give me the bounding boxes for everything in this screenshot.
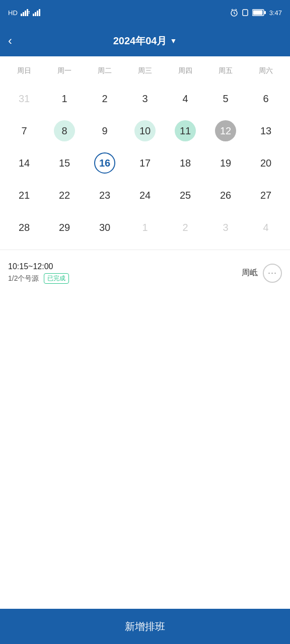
day-cell[interactable]: 29 [44, 211, 85, 244]
day-cell[interactable]: 31 [4, 83, 44, 115]
day-number[interactable]: 26 [215, 185, 236, 206]
day-number[interactable]: 15 [54, 152, 75, 174]
day-number[interactable]: 22 [54, 185, 75, 206]
day-cell[interactable]: 20 [246, 147, 286, 179]
days-grid: 3112345678910111213141516171819202122232… [0, 83, 290, 250]
day-cell[interactable]: 4 [246, 211, 286, 244]
day-number[interactable]: 3 [215, 217, 236, 238]
day-number[interactable]: 27 [255, 185, 276, 206]
day-number[interactable]: 1 [54, 88, 75, 109]
day-number[interactable]: 20 [255, 152, 276, 174]
day-cell[interactable]: 4 [165, 83, 205, 115]
day-cell[interactable]: 11 [165, 115, 205, 147]
day-cell[interactable]: 18 [165, 147, 205, 179]
day-number[interactable]: 24 [134, 185, 156, 206]
day-cell[interactable]: 3 [125, 83, 165, 115]
day-number[interactable]: 17 [134, 152, 156, 174]
day-number[interactable]: 14 [14, 152, 35, 174]
day-cell[interactable]: 23 [85, 179, 125, 211]
day-cell[interactable]: 27 [246, 179, 286, 211]
day-number[interactable]: 1 [134, 217, 156, 238]
day-cell[interactable]: 3 [205, 211, 246, 244]
add-shift-button[interactable]: 新增排班 [125, 620, 165, 633]
header: ‹ 2024年04月 ▼ [0, 25, 290, 56]
day-cell[interactable]: 14 [4, 147, 44, 179]
day-number[interactable]: 13 [255, 120, 276, 141]
day-number[interactable]: 21 [14, 185, 35, 206]
day-cell[interactable]: 2 [165, 211, 205, 244]
svg-rect-6 [35, 12, 36, 16]
day-number[interactable]: 16 [94, 152, 115, 174]
day-cell[interactable]: 28 [4, 211, 44, 244]
weekday-cell: 周日 [4, 63, 44, 78]
day-number[interactable]: 19 [215, 152, 236, 174]
day-cell[interactable]: 24 [125, 179, 165, 211]
svg-rect-8 [39, 9, 40, 16]
header-title: 2024年04月 ▼ [113, 34, 177, 48]
day-cell[interactable]: 1 [125, 211, 165, 244]
day-number[interactable]: 9 [94, 120, 115, 141]
back-button[interactable]: ‹ [8, 34, 12, 48]
day-cell[interactable]: 30 [85, 211, 125, 244]
day-number[interactable]: 31 [14, 88, 35, 109]
day-cell[interactable]: 10 [125, 115, 165, 147]
day-number[interactable]: 4 [175, 88, 196, 109]
day-cell[interactable]: 12 [205, 115, 246, 147]
day-number[interactable]: 25 [175, 185, 196, 206]
day-cell[interactable]: 13 [246, 115, 286, 147]
weekday-cell: 周六 [246, 63, 286, 78]
day-number[interactable]: 10 [134, 120, 156, 141]
day-cell[interactable]: 25 [165, 179, 205, 211]
day-cell[interactable]: 1 [44, 83, 85, 115]
event-list: 10:15~12:00 1/2个号源 已完成 周岻 ··· [0, 250, 290, 296]
day-number[interactable]: 2 [175, 217, 196, 238]
weekday-cell: 周一 [44, 63, 85, 78]
calendar: 周日周一周二周三周四周五周六 3112345678910111213141516… [0, 56, 290, 250]
event-source: 1/2个号源 [8, 274, 39, 283]
day-cell[interactable]: 19 [205, 147, 246, 179]
day-cell[interactable]: 17 [125, 147, 165, 179]
day-number[interactable]: 5 [215, 88, 236, 109]
rotate-icon [241, 9, 249, 17]
svg-rect-17 [264, 11, 266, 14]
day-number[interactable]: 29 [54, 217, 75, 238]
day-cell[interactable]: 9 [85, 115, 125, 147]
day-cell[interactable]: 7 [4, 115, 44, 147]
day-number[interactable]: 3 [134, 88, 156, 109]
event-item: 10:15~12:00 1/2个号源 已完成 周岻 ··· [8, 258, 282, 288]
day-cell[interactable]: 16 [85, 147, 125, 179]
weekday-cell: 周三 [125, 63, 165, 78]
day-number[interactable]: 28 [14, 217, 35, 238]
weekday-cell: 周五 [205, 63, 246, 78]
day-number[interactable]: 30 [94, 217, 115, 238]
day-cell[interactable]: 22 [44, 179, 85, 211]
battery-icon [252, 9, 266, 17]
svg-rect-5 [33, 14, 34, 16]
day-number[interactable]: 11 [175, 120, 196, 141]
event-more-button[interactable]: ··· [263, 264, 282, 283]
day-number[interactable]: 23 [94, 185, 115, 206]
day-cell[interactable]: 5 [205, 83, 246, 115]
day-number[interactable]: 8 [54, 120, 75, 141]
content-area: 周日周一周二周三周四周五周六 3112345678910111213141516… [0, 56, 290, 537]
day-number[interactable]: 7 [14, 120, 35, 141]
day-number[interactable]: 4 [255, 217, 276, 238]
day-number[interactable]: 18 [175, 152, 196, 174]
day-cell[interactable]: 21 [4, 179, 44, 211]
event-badge: 已完成 [44, 273, 69, 284]
day-number[interactable]: 12 [215, 120, 236, 141]
month-title[interactable]: 2024年04月 [113, 34, 167, 48]
day-cell[interactable]: 26 [205, 179, 246, 211]
more-icon: ··· [268, 268, 277, 278]
day-cell[interactable]: 2 [85, 83, 125, 115]
day-cell[interactable]: 15 [44, 147, 85, 179]
alarm-icon [230, 9, 238, 17]
empty-space [0, 296, 290, 497]
bottom-bar: 新增排班 [0, 609, 290, 644]
svg-rect-1 [23, 12, 24, 16]
day-number[interactable]: 6 [255, 88, 276, 109]
day-cell[interactable]: 6 [246, 83, 286, 115]
month-dropdown-arrow[interactable]: ▼ [170, 37, 177, 45]
day-number[interactable]: 2 [94, 88, 115, 109]
day-cell[interactable]: 8 [44, 115, 85, 147]
